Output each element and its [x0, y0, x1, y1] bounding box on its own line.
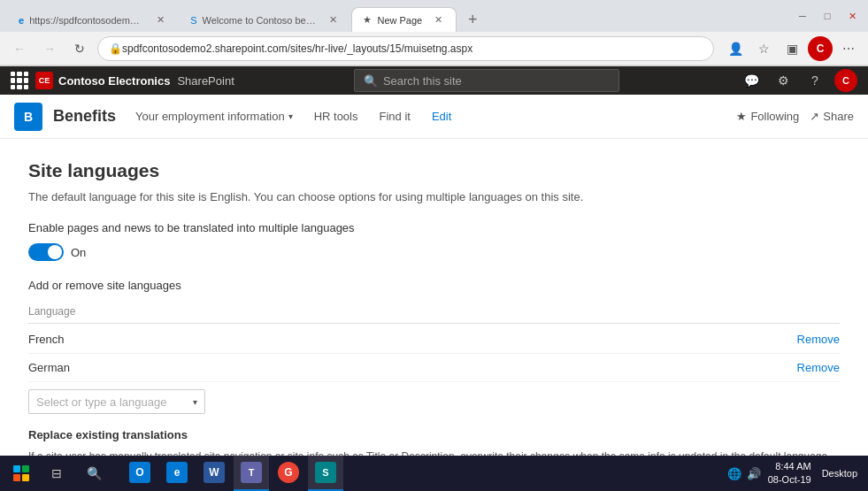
suite-icons: 💬 ⚙ ? C	[739, 68, 857, 93]
search-input[interactable]	[383, 74, 610, 88]
lang-row-french: French Remove	[28, 326, 840, 354]
add-lang-title: Add or remove site languages	[28, 279, 840, 292]
back-button[interactable]: ←	[7, 36, 32, 61]
waffle-dot	[24, 85, 28, 89]
tab-3[interactable]: ★ New Page ✕	[351, 7, 457, 32]
page-description: The default language for this site is En…	[28, 190, 840, 203]
suite-bar: CE Contoso Electronics SharePoint 🔍 💬 ⚙ …	[0, 66, 868, 95]
search-icon: 🔍	[364, 74, 378, 88]
taskbar-date-value: 08-Oct-19	[768, 473, 811, 487]
taskview-button[interactable]: ⊟	[39, 456, 74, 491]
secure-icon: 🔒	[109, 42, 122, 55]
new-tab-button[interactable]: +	[460, 7, 485, 32]
lang-table-header: Language	[28, 299, 840, 324]
lang-row-german: German Remove	[28, 354, 840, 382]
main-content: Site languages The default language for …	[0, 139, 868, 491]
waffle-dot	[17, 72, 21, 76]
lang-name-french: French	[28, 333, 797, 346]
taskbar-app-edge[interactable]: e	[159, 456, 195, 491]
tab-2[interactable]: S Welcome to Contoso benefits ✕	[179, 7, 351, 32]
site-name: Benefits	[53, 107, 116, 126]
user-avatar[interactable]: C	[808, 36, 833, 61]
user-profile-avatar[interactable]: C	[834, 69, 857, 92]
waffle-menu[interactable]	[11, 72, 28, 89]
lang-select-row: Select or type a language ▾	[28, 389, 840, 414]
taskview-icon: ⊟	[51, 466, 62, 480]
maximize-button[interactable]: □	[818, 7, 836, 25]
following-button[interactable]: ★ Following	[736, 110, 799, 123]
lang-name-german: German	[28, 361, 797, 374]
network-icon: 🌐	[727, 467, 741, 480]
profile-icon[interactable]: 👤	[723, 36, 748, 61]
add-lang-section: Add or remove site languages Language Fr…	[28, 279, 840, 414]
chat-icon[interactable]: 💬	[739, 68, 764, 93]
address-text: spdfcontosodemo2.sharepoint.com/sites/hr…	[122, 42, 472, 55]
star-icon[interactable]: ☆	[751, 36, 776, 61]
tab-3-close[interactable]: ✕	[431, 13, 445, 27]
nav-item-find-it-label: Find it	[379, 110, 410, 123]
taskbar-app-outlook[interactable]: O	[122, 456, 157, 491]
settings-icon[interactable]: ⋯	[836, 36, 861, 61]
suite-search[interactable]: 🔍	[354, 69, 619, 92]
share-label: Share	[823, 110, 854, 123]
lang-select-placeholder: Select or type a language	[36, 395, 166, 409]
show-desktop-button[interactable]: Desktop	[818, 468, 861, 479]
tab-1[interactable]: e https://spdfcontosodemo2.sha... ✕	[7, 7, 179, 32]
forward-button[interactable]: →	[37, 36, 62, 61]
taskbar-time-value: 8:44 AM	[768, 460, 811, 473]
address-bar[interactable]: 🔒 spdfcontosodemo2.sharepoint.com/sites/…	[97, 36, 714, 61]
minimize-button[interactable]: ─	[794, 7, 811, 25]
taskbar-app-teams[interactable]: T	[234, 456, 269, 491]
tab-1-label: https://spdfcontosodemo2.sha...	[29, 15, 144, 26]
star-following-icon: ★	[736, 110, 747, 123]
multilang-toggle[interactable]	[28, 243, 64, 261]
tab-1-close[interactable]: ✕	[153, 13, 167, 27]
chevron-down-icon: ▾	[193, 397, 197, 407]
browser-toolbar-icons: 👤 ☆ ▣ C ⋯	[723, 36, 861, 61]
app-name: Contoso Electronics	[58, 74, 170, 88]
nav-item-hr-tools[interactable]: HR tools	[305, 106, 367, 127]
chevron-down-icon: ▾	[288, 111, 293, 121]
settings-gear-icon[interactable]: ⚙	[771, 68, 795, 93]
taskbar-clock: 8:44 AM 08-Oct-19	[768, 460, 811, 487]
nav-item-edit[interactable]: Edit	[423, 106, 460, 127]
toggle-state-label: On	[71, 246, 86, 259]
share-button[interactable]: ↗ Share	[810, 110, 854, 123]
following-label: Following	[750, 110, 799, 123]
site-actions: ★ Following ↗ Share	[736, 110, 854, 123]
nav-item-employment[interactable]: Your employment information ▾	[127, 106, 302, 127]
search-bar[interactable]: 🔍	[354, 69, 619, 92]
contoso-logo-icon: CE	[35, 72, 53, 89]
nav-item-edit-label: Edit	[432, 110, 451, 123]
tab-3-label: New Page	[377, 15, 422, 26]
lang-remove-french[interactable]: Remove	[797, 333, 840, 346]
lang-select-dropdown[interactable]: Select or type a language ▾	[28, 389, 205, 414]
waffle-dot	[11, 78, 15, 82]
help-icon[interactable]: ?	[803, 68, 827, 93]
tab-3-favicon: ★	[363, 14, 372, 26]
site-navigation: Your employment information ▾ HR tools F…	[127, 106, 726, 127]
taskbar-app-chrome[interactable]: G	[271, 456, 306, 491]
start-button[interactable]	[7, 459, 35, 487]
word-icon: W	[204, 462, 225, 483]
tab-bar: e https://spdfcontosodemo2.sha... ✕ S We…	[0, 0, 868, 32]
collections-icon[interactable]: ▣	[780, 36, 804, 61]
win-logo-quad	[13, 474, 20, 481]
nav-item-employment-label: Your employment information	[135, 110, 285, 123]
nav-item-find-it[interactable]: Find it	[370, 106, 419, 127]
taskbar-app-word[interactable]: W	[196, 456, 232, 491]
search-taskbar-button[interactable]: 🔍	[76, 456, 111, 491]
page-title: Site languages	[28, 160, 840, 181]
waffle-dot	[11, 85, 15, 89]
refresh-button[interactable]: ↻	[67, 36, 92, 61]
taskbar-app-sharepoint[interactable]: S	[308, 456, 343, 491]
toggle-thumb	[48, 245, 62, 259]
close-button[interactable]: ✕	[843, 7, 861, 25]
tab-2-close[interactable]: ✕	[326, 13, 340, 27]
site-header: B Benefits Your employment information ▾…	[0, 95, 868, 139]
nav-item-hr-tools-label: HR tools	[314, 110, 358, 123]
site-logo: B	[14, 103, 42, 131]
waffle-dot	[24, 78, 28, 82]
toggle-row: On	[28, 243, 840, 261]
lang-remove-german[interactable]: Remove	[797, 361, 840, 374]
